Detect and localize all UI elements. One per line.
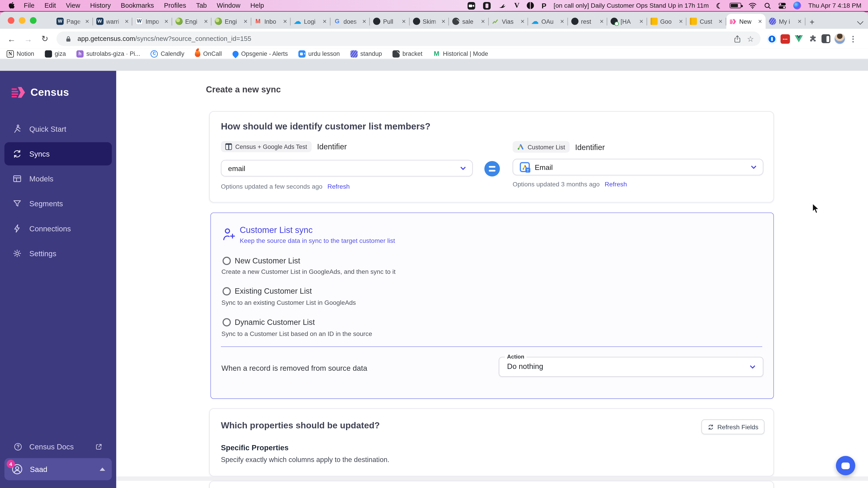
menu-tab[interactable]: Tab (191, 2, 212, 9)
browser-tab-active[interactable]: New✕ (726, 14, 766, 29)
calendar-status-text[interactable]: [on call only] Daily Customer Ops Stand … (554, 2, 709, 9)
bookmark-opsgenie[interactable]: Opsgenie - Alerts (232, 51, 288, 57)
browser-tab[interactable]: Goo✕ (647, 14, 686, 29)
close-icon[interactable]: ✕ (441, 18, 446, 24)
sidebar-item-syncs[interactable]: Syncs (4, 142, 112, 165)
close-icon[interactable]: ✕ (283, 18, 287, 24)
close-icon[interactable]: ✕ (402, 18, 406, 24)
close-icon[interactable]: ✕ (322, 18, 327, 24)
sidebar-item-models[interactable]: Models (4, 167, 112, 191)
sidebar-item-segments[interactable]: Segments (4, 192, 112, 215)
close-icon[interactable]: ✕ (758, 18, 763, 24)
menu-help[interactable]: Help (246, 2, 269, 9)
browser-tab[interactable]: rest✕ (567, 14, 607, 29)
menu-profiles[interactable]: Profiles (159, 2, 191, 9)
focus-moon-icon[interactable]: ☾ (716, 2, 723, 9)
reload-button[interactable]: ↻ (38, 32, 52, 46)
census-brand[interactable]: Census (0, 71, 116, 99)
radio-label[interactable]: Dynamic Customer List (235, 318, 315, 326)
close-icon[interactable]: ✕ (520, 18, 525, 24)
battery-icon[interactable] (730, 3, 741, 8)
v-app-icon[interactable]: V (514, 1, 520, 10)
menu-edit[interactable]: Edit (39, 2, 61, 9)
browser-tab[interactable]: Cust✕ (686, 14, 726, 29)
spotlight-search-icon[interactable] (764, 2, 771, 9)
menu-history[interactable]: History (85, 2, 116, 9)
browser-tab[interactable]: Vias✕ (489, 14, 528, 29)
minimize-window-button[interactable] (19, 17, 25, 24)
browser-tab[interactable]: sale✕ (449, 14, 489, 29)
browser-tab[interactable]: [HA✕ (608, 14, 647, 29)
forward-button[interactable]: → (21, 32, 35, 46)
close-icon[interactable]: ✕ (481, 18, 485, 24)
window-manager-icon[interactable] (483, 1, 491, 10)
close-icon[interactable]: ✕ (798, 18, 802, 24)
user-menu[interactable]: 4 Saad (4, 458, 112, 480)
bookmark-giza[interactable]: giza (45, 50, 66, 57)
menu-bookmarks[interactable]: Bookmarks (116, 2, 159, 9)
radio-label[interactable]: Existing Customer List (235, 287, 312, 295)
sidebar-item-settings[interactable]: Settings (4, 242, 112, 265)
bookmark-mode[interactable]: MHistorical | Mode (433, 50, 488, 57)
bird-app-icon[interactable] (498, 2, 507, 9)
radio-existing-customer-list[interactable] (222, 287, 231, 295)
bookmark-sutrolabs[interactable]: hsutrolabs-giza · Pi... (76, 50, 140, 57)
action-select[interactable]: Action Do nothing (499, 357, 764, 377)
close-icon[interactable]: ✕ (85, 18, 90, 24)
zoom-window-button[interactable] (30, 17, 36, 24)
extensions-puzzle-icon[interactable] (808, 34, 817, 43)
zoom-camera-icon[interactable] (467, 1, 475, 10)
back-button[interactable]: ← (4, 32, 19, 46)
contrast-circle-icon[interactable] (527, 2, 534, 9)
browser-tab[interactable]: Engi✕ (212, 14, 251, 29)
bookmark-urdu-lesson[interactable]: urdu lesson (298, 50, 340, 57)
bookmark-star-icon[interactable]: ☆ (747, 34, 754, 43)
close-icon[interactable]: ✕ (560, 18, 564, 24)
paste-app-icon[interactable]: P (541, 2, 546, 9)
radio-label[interactable]: New Customer List (235, 256, 300, 265)
lock-icon[interactable] (63, 34, 73, 43)
close-icon[interactable]: ✕ (204, 18, 208, 24)
new-tab-button[interactable]: + (810, 18, 814, 26)
sync-mode-title[interactable]: Customer List sync (240, 225, 313, 235)
browser-tab[interactable]: Pull✕ (370, 14, 409, 29)
radio-dynamic-customer-list[interactable] (222, 318, 231, 326)
browser-tab[interactable]: Engi✕ (172, 14, 211, 29)
refresh-link[interactable]: Refresh (328, 183, 350, 190)
browser-tab[interactable]: Wwarri✕ (93, 14, 132, 29)
bookmark-standup[interactable]: standup (350, 50, 382, 57)
bookmark-notion[interactable]: NNotion (6, 50, 34, 57)
bookmark-oncall[interactable]: OnCall (195, 51, 222, 57)
browser-tab[interactable]: ☁Logi✕ (291, 14, 330, 29)
vue-devtools-icon[interactable] (794, 34, 804, 43)
control-center-icon[interactable] (778, 2, 786, 9)
close-icon[interactable]: ✕ (243, 18, 248, 24)
external-link-icon[interactable] (95, 443, 103, 451)
browser-tab[interactable]: WPage✕ (53, 14, 93, 29)
menu-file[interactable]: File (19, 2, 39, 9)
refresh-link[interactable]: Refresh (604, 181, 627, 188)
bookmark-bracket[interactable]: bracket (393, 50, 422, 57)
close-icon[interactable]: ✕ (639, 18, 644, 24)
browser-tab[interactable]: ☁OAu✕ (528, 14, 567, 29)
browser-tab[interactable]: Skim✕ (409, 14, 449, 29)
share-icon[interactable] (733, 34, 743, 43)
sidebar-item-connections[interactable]: Connections (4, 217, 112, 240)
close-icon[interactable]: ✕ (125, 18, 129, 24)
sidebar-toggle-icon[interactable] (822, 34, 830, 43)
sidebar-item-quick-start[interactable]: Quick Start (4, 117, 112, 140)
close-icon[interactable]: ✕ (362, 18, 367, 24)
source-identifier-select[interactable]: email (221, 160, 473, 176)
siri-icon[interactable] (794, 2, 801, 9)
onepassword-icon[interactable] (767, 34, 777, 43)
menubar-clock[interactable]: Thu Apr 7 4:18 PM (808, 2, 862, 9)
wifi-icon[interactable] (748, 2, 757, 9)
browser-tab[interactable]: MInbo✕ (251, 14, 291, 29)
census-docs-link[interactable]: Census Docs (0, 442, 116, 452)
chat-launcher[interactable] (836, 456, 855, 475)
lastpass-icon[interactable]: ••• (780, 34, 790, 43)
close-icon[interactable]: ✕ (679, 18, 683, 24)
tab-search-chevron-icon[interactable] (857, 19, 864, 25)
bookmark-calendly[interactable]: CCalendly (151, 50, 184, 57)
browser-tab[interactable]: WImpo✕ (132, 14, 172, 29)
